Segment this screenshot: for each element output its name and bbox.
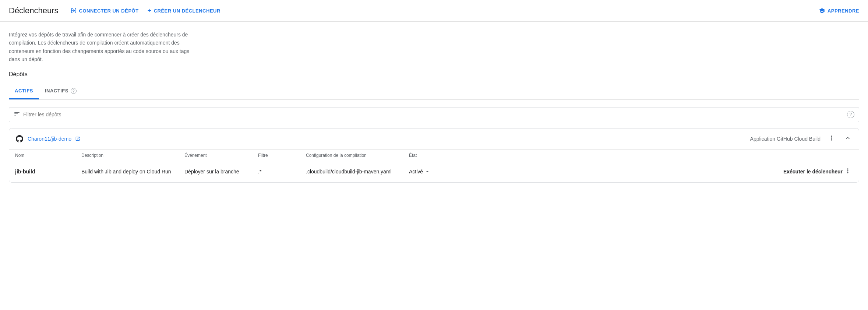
app-label: Application GitHub Cloud Build bbox=[750, 136, 821, 142]
col-nom: Nom bbox=[15, 153, 81, 158]
create-trigger-button[interactable]: + CRÉER UN DÉCLENCHEUR bbox=[148, 7, 220, 15]
col-etat: État bbox=[409, 153, 490, 158]
page-header: Déclencheurs CONNECTER UN DÉPÔT + CRÉER … bbox=[0, 0, 868, 22]
repo-card: Charon11/jib-demo Application GitHub Clo… bbox=[9, 128, 859, 183]
page-title: Déclencheurs bbox=[9, 6, 59, 15]
description-text: Intégrez vos dépôts de travail afin de c… bbox=[9, 31, 200, 64]
table-header: Nom Description Événement Filtre Configu… bbox=[9, 150, 859, 161]
status-dropdown[interactable]: Activé bbox=[409, 169, 490, 175]
tab-inactifs-label: INACTIFS bbox=[45, 88, 68, 94]
col-description: Description bbox=[81, 153, 184, 158]
col-actions bbox=[490, 153, 853, 158]
section-title: Dépôts bbox=[9, 71, 859, 78]
repo-header: Charon11/jib-demo Application GitHub Clo… bbox=[9, 128, 859, 150]
header-right: APPRENDRE bbox=[819, 7, 859, 14]
trigger-more-icon bbox=[844, 167, 851, 175]
col-filtre: Filtre bbox=[258, 153, 306, 158]
collapse-button[interactable] bbox=[843, 134, 853, 144]
inactifs-help-icon[interactable]: ? bbox=[71, 88, 77, 94]
tab-actifs-label: ACTIFS bbox=[15, 88, 33, 94]
connect-icon bbox=[70, 7, 77, 14]
filter-bar: ? bbox=[9, 107, 859, 122]
repo-name[interactable]: Charon11/jib-demo bbox=[28, 136, 71, 142]
connect-repo-button[interactable]: CONNECTER UN DÉPÔT bbox=[70, 7, 139, 14]
external-link-icon[interactable] bbox=[75, 136, 80, 141]
filter-input[interactable] bbox=[23, 112, 844, 117]
main-content: Intégrez vos dépôts de travail afin de c… bbox=[0, 22, 868, 183]
github-icon bbox=[15, 134, 24, 143]
tabs-bar: ACTIFS INACTIFS ? bbox=[9, 84, 859, 100]
trigger-config: .cloudbuild/cloudbuild-jib-maven.yaml bbox=[306, 169, 409, 175]
collapse-icon bbox=[844, 134, 851, 142]
tab-actifs[interactable]: ACTIFS bbox=[9, 84, 39, 99]
table-row: jib-build Build with Jib and deploy on C… bbox=[9, 161, 859, 182]
learn-icon bbox=[819, 7, 825, 14]
chevron-down-icon bbox=[424, 169, 430, 175]
trigger-description: Build with Jib and deploy on Cloud Run bbox=[81, 169, 184, 175]
trigger-name: jib-build bbox=[15, 169, 81, 175]
create-trigger-label: CRÉER UN DÉCLENCHEUR bbox=[154, 8, 220, 14]
trigger-more-button[interactable] bbox=[843, 166, 853, 177]
plus-icon: + bbox=[148, 7, 152, 15]
status-text: Activé bbox=[409, 169, 423, 175]
trigger-filter: .* bbox=[258, 169, 306, 175]
trigger-status: Activé bbox=[409, 169, 490, 175]
tab-inactifs[interactable]: INACTIFS ? bbox=[39, 84, 82, 99]
repo-header-right: Application GitHub Cloud Build bbox=[750, 134, 853, 144]
run-trigger-button[interactable]: Exécuter le déclencheur bbox=[783, 169, 843, 175]
col-config: Configuration de la compilation bbox=[306, 153, 409, 158]
trigger-actions: Exécuter le déclencheur bbox=[490, 166, 853, 177]
connect-repo-label: CONNECTER UN DÉPÔT bbox=[79, 8, 139, 14]
filter-icon bbox=[14, 110, 20, 119]
learn-label: APPRENDRE bbox=[828, 8, 859, 14]
header-actions: CONNECTER UN DÉPÔT + CRÉER UN DÉCLENCHEU… bbox=[70, 7, 220, 15]
learn-button[interactable]: APPRENDRE bbox=[819, 7, 859, 14]
repo-more-icon bbox=[828, 134, 835, 142]
filter-help-icon[interactable]: ? bbox=[847, 111, 854, 118]
col-evenement: Événement bbox=[184, 153, 258, 158]
trigger-event: Déployer sur la branche bbox=[184, 169, 258, 175]
repo-more-button[interactable] bbox=[826, 134, 837, 144]
